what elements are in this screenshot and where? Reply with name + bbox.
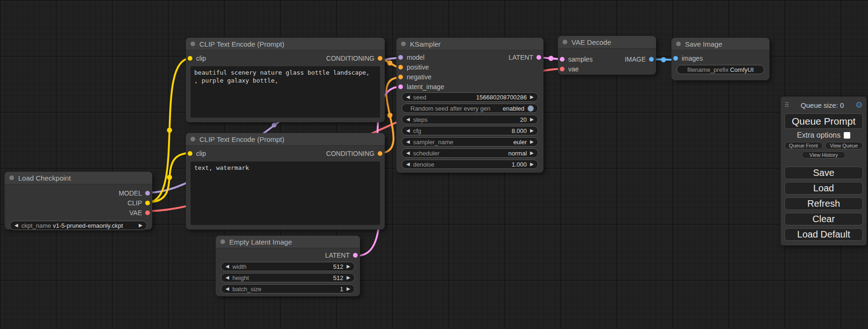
slot-row-latent-image: latent_image [396, 82, 543, 91]
node-header[interactable]: VAE Decode [558, 36, 656, 49]
load-button[interactable]: Load [784, 182, 863, 195]
scheduler-widget[interactable]: ◀ scheduler normal ▶ [402, 148, 538, 158]
collapse-dot-icon[interactable] [220, 239, 225, 244]
vae-input-dot[interactable] [560, 67, 565, 71]
ckpt-name-widget[interactable]: ◀ ckpt_name v1-5-pruned-emaonly.ckpt ▶ [10, 221, 147, 230]
decrement-arrow-icon[interactable]: ◀ [406, 128, 410, 133]
load-default-button[interactable]: Load Default [784, 228, 863, 241]
decrement-arrow-icon[interactable]: ◀ [226, 287, 229, 291]
slot-row: clip CONDITIONING [186, 53, 385, 63]
widget-value: 156680208700286 [476, 94, 527, 101]
increment-arrow-icon[interactable]: ▶ [530, 128, 534, 133]
decrement-arrow-icon[interactable]: ◀ [406, 95, 410, 99]
clip-input-dot[interactable] [188, 151, 192, 156]
sampler-name-widget[interactable]: ◀ sampler_name euler ▶ [402, 137, 538, 147]
node-title: Load Checkpoint [18, 174, 71, 182]
view-history-button[interactable]: View History [802, 151, 846, 159]
queue-prompt-button[interactable]: Queue Prompt [784, 113, 863, 129]
latent-output-dot[interactable] [353, 253, 358, 258]
comfyui-canvas[interactable]: { "icons": { "left_arrow": "◀", "right_a… [0, 0, 868, 329]
decrement-arrow-icon[interactable]: ◀ [226, 264, 229, 269]
queue-front-button[interactable]: Queue Front [784, 142, 823, 149]
decrement-arrow-icon[interactable]: ◀ [406, 151, 410, 155]
decrement-arrow-icon[interactable]: ◀ [406, 140, 410, 144]
node-clip-text-encode-positive[interactable]: CLIP Text Encode (Prompt) clip CONDITION… [186, 38, 385, 122]
queue-size-label: Queue size: 0 [789, 101, 855, 109]
increment-arrow-icon[interactable]: ▶ [530, 140, 534, 144]
node-title: CLIP Text Encode (Prompt) [199, 40, 284, 48]
steps-widget[interactable]: ◀ steps 20 ▶ [402, 115, 538, 124]
conditioning-output-dot[interactable] [378, 151, 382, 156]
model-output-dot[interactable] [145, 191, 150, 196]
negative-prompt-textarea[interactable]: text, watermark [191, 161, 380, 225]
decrement-arrow-icon[interactable]: ◀ [406, 162, 410, 167]
node-header[interactable]: CLIP Text Encode (Prompt) [186, 133, 385, 146]
collapse-dot-icon[interactable] [191, 137, 195, 141]
images-input-dot[interactable] [673, 56, 678, 61]
save-button[interactable]: Save [784, 167, 863, 179]
node-save-image[interactable]: Save Image images filename_prefix ComfyU… [671, 38, 769, 80]
increment-arrow-icon[interactable]: ▶ [139, 223, 142, 228]
negative-input-dot[interactable] [398, 75, 403, 79]
increment-arrow-icon[interactable]: ▶ [346, 275, 350, 280]
cfg-widget[interactable]: ◀ cfg 8.000 ▶ [402, 126, 538, 135]
vae-output-dot[interactable] [145, 210, 150, 215]
increment-arrow-icon[interactable]: ▶ [530, 95, 534, 99]
widget-label: ckpt_name [21, 222, 51, 229]
node-header[interactable]: Save Image [671, 38, 769, 50]
collapse-dot-icon[interactable] [401, 42, 406, 46]
input-label-clip: clip [196, 55, 206, 62]
random-seed-toggle-widget[interactable]: Random seed after every gen enabled [402, 104, 538, 113]
output-row-vae: VAE [5, 208, 152, 217]
latent-output-dot[interactable] [536, 55, 541, 60]
filename-prefix-widget[interactable]: filename_prefix ComfyUI [677, 65, 764, 74]
wire-midpoint-dot [388, 61, 393, 66]
positive-prompt-textarea[interactable]: beautiful scenery nature glass bottle la… [191, 66, 380, 118]
image-output-dot[interactable] [649, 57, 654, 62]
model-input-dot[interactable] [398, 55, 403, 60]
toggle-enabled-icon[interactable] [528, 105, 534, 112]
output-row-model: MODEL [5, 188, 152, 198]
decrement-arrow-icon[interactable]: ◀ [226, 275, 229, 280]
node-clip-text-encode-negative[interactable]: CLIP Text Encode (Prompt) clip CONDITION… [186, 133, 385, 230]
increment-arrow-icon[interactable]: ▶ [530, 117, 534, 122]
node-load-checkpoint[interactable]: Load Checkpoint MODEL CLIP VAE ◀ ckpt_na… [5, 172, 152, 230]
decrement-arrow-icon[interactable]: ◀ [406, 117, 410, 122]
seed-widget[interactable]: ◀ seed 156680208700286 ▶ [402, 92, 538, 102]
node-empty-latent-image[interactable]: Empty Latent Image LATENT ◀ width 512 ▶ … [216, 236, 360, 296]
collapse-dot-icon[interactable] [9, 175, 14, 180]
node-header[interactable]: Empty Latent Image [216, 236, 360, 248]
clear-button[interactable]: Clear [784, 213, 863, 225]
denoise-widget[interactable]: ◀ denoise 1.000 ▶ [402, 160, 538, 169]
collapse-dot-icon[interactable] [191, 42, 195, 46]
collapse-dot-icon[interactable] [563, 40, 567, 44]
wire-midpoint-dot [167, 128, 172, 133]
clip-output-dot[interactable] [145, 201, 150, 205]
increment-arrow-icon[interactable]: ▶ [346, 287, 350, 291]
batch-size-widget[interactable]: ◀ batch_size 1 ▶ [221, 284, 355, 294]
refresh-button[interactable]: Refresh [784, 197, 863, 210]
node-ksampler[interactable]: KSampler model LATENT positive negative … [396, 38, 543, 173]
node-header[interactable]: KSampler [396, 38, 543, 50]
extra-options-checkbox[interactable] [844, 132, 850, 139]
gear-icon[interactable]: ⚙ [855, 101, 863, 109]
view-queue-button[interactable]: View Queue [825, 142, 863, 149]
drag-handle-icon[interactable]: ⠿ [784, 101, 789, 109]
node-header[interactable]: Load Checkpoint [5, 172, 152, 184]
node-header[interactable]: CLIP Text Encode (Prompt) [186, 38, 385, 50]
width-widget[interactable]: ◀ width 512 ▶ [221, 262, 355, 271]
height-widget[interactable]: ◀ height 512 ▶ [221, 273, 355, 282]
latent-image-input-dot[interactable] [398, 84, 403, 89]
clip-input-dot[interactable] [188, 56, 192, 61]
positive-input-dot[interactable] [398, 65, 403, 70]
samples-input-dot[interactable] [560, 57, 565, 62]
widget-label: scheduler [413, 150, 439, 157]
increment-arrow-icon[interactable]: ▶ [346, 264, 350, 269]
increment-arrow-icon[interactable]: ▶ [530, 151, 534, 155]
node-vae-decode[interactable]: VAE Decode samples IMAGE vae [558, 36, 656, 75]
collapse-dot-icon[interactable] [676, 42, 681, 46]
decrement-arrow-icon[interactable]: ◀ [14, 223, 18, 228]
widget-label: batch_size [233, 286, 261, 293]
increment-arrow-icon[interactable]: ▶ [530, 162, 534, 167]
conditioning-output-dot[interactable] [378, 56, 382, 61]
